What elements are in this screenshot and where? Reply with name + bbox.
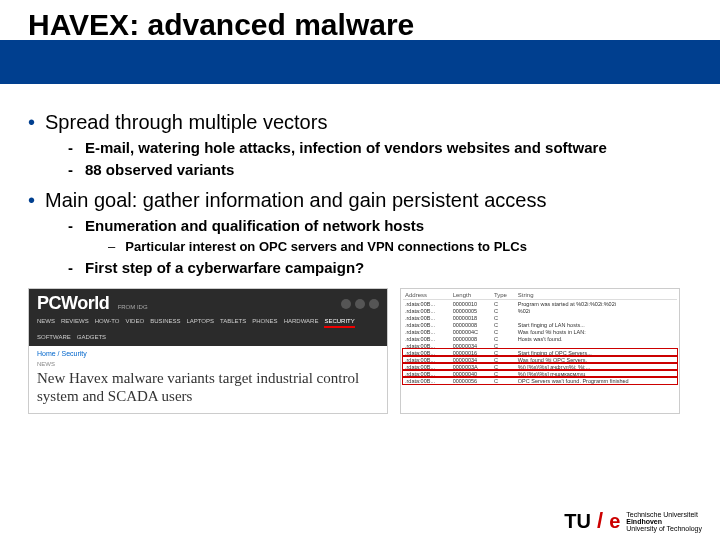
nav-item: TABLETS xyxy=(220,318,246,328)
table-cell: 00000056 xyxy=(451,377,492,384)
table-cell: .rdata:00B... xyxy=(403,307,451,314)
table-cell: Start finging of LAN hosts... xyxy=(516,321,677,328)
social-icons xyxy=(341,299,379,309)
nav-item: SOFTWARE xyxy=(37,334,71,340)
twitter-icon xyxy=(355,299,365,309)
nav-item: PHONES xyxy=(252,318,277,328)
table-cell: C xyxy=(492,335,516,342)
bullet-2a1: – Particular interest on OPC servers and… xyxy=(108,238,692,256)
bullet-1b: - 88 observed variants xyxy=(68,160,692,180)
bullet-dot-icon: • xyxy=(28,110,35,134)
facebook-icon xyxy=(341,299,351,309)
table-cell: .rdata:00B... xyxy=(403,328,451,335)
table-cell: .rdata:00B... xyxy=(403,377,451,384)
table-cell: .rdata:00B... xyxy=(403,356,451,363)
bullet-1b-text: 88 observed variants xyxy=(85,160,234,180)
table-cell: %02i xyxy=(516,307,677,314)
table-cell: OPC Servers was't found. Programm finish… xyxy=(516,377,677,384)
table-cell: C xyxy=(492,370,516,377)
title-accent xyxy=(0,40,720,84)
table-row: .rdata:00B...00000018C xyxy=(403,314,677,321)
bullet-dot-icon: • xyxy=(28,188,35,212)
table-row: .rdata:00B...00000034CWas found %i OPC S… xyxy=(403,356,677,363)
col-header: Type xyxy=(492,291,516,300)
nav-item: BUSINESS xyxy=(150,318,180,328)
table-cell: Hosts was't found. xyxy=(516,335,677,342)
table-row: .rdata:00B...00000010CProgram was starte… xyxy=(403,300,677,308)
table-cell: .rdata:00B... xyxy=(403,363,451,370)
table-cell: 00000016 xyxy=(451,349,492,356)
title-bar: HAVEX: advanced malware xyxy=(0,0,720,84)
table-row: .rdata:00B...00000040C%i) [%s\\%s] пчшмк… xyxy=(403,370,677,377)
table-cell: 00000034 xyxy=(451,356,492,363)
table-cell: .rdata:00B... xyxy=(403,349,451,356)
nav-item: VIDEO xyxy=(125,318,144,328)
table-row: .rdata:00B...0000003AC%i) [%s\\%s] ачфту… xyxy=(403,363,677,370)
pcworld-screenshot: PCWorld FROM IDG NEWSREVIEWSHOW-TOVIDEOB… xyxy=(28,288,388,414)
table-cell: 00000034 xyxy=(451,342,492,349)
table-cell: C xyxy=(492,363,516,370)
table-cell: C xyxy=(492,356,516,363)
bullet-1a-text: E-mail, watering hole attacks, infection… xyxy=(85,138,607,158)
table-cell: .rdata:00B... xyxy=(403,314,451,321)
table-cell xyxy=(516,314,677,321)
dash-icon: - xyxy=(68,258,73,278)
table-cell: Was found %i OPC Servers. xyxy=(516,356,677,363)
table-cell: C xyxy=(492,342,516,349)
dash-icon: – xyxy=(108,238,115,256)
slash-icon: / xyxy=(597,508,603,534)
dash-icon: - xyxy=(68,160,73,180)
table-cell: .rdata:00B... xyxy=(403,321,451,328)
table-cell: 00000008 xyxy=(451,335,492,342)
bullet-2: • Main goal: gather information and gain… xyxy=(28,188,692,212)
pcworld-header: PCWorld FROM IDG NEWSREVIEWSHOW-TOVIDEOB… xyxy=(29,289,387,346)
bullet-2b: - First step of a cyberwarfare campaign? xyxy=(68,258,692,278)
bullet-2a: - Enumeration and qualification of netwo… xyxy=(68,216,692,236)
bullet-2a1-text: Particular interest on OPC servers and V… xyxy=(125,238,527,256)
table-cell: C xyxy=(492,328,516,335)
table-row: .rdata:00B...00000005C%02i xyxy=(403,307,677,314)
table-cell: .rdata:00B... xyxy=(403,335,451,342)
table-row: .rdata:00B...00000034C xyxy=(403,342,677,349)
table-cell: 00000005 xyxy=(451,307,492,314)
breadcrumb: Home / Security xyxy=(29,346,387,361)
pcworld-nav: NEWSREVIEWSHOW-TOVIDEOBUSINESSLAPTOPSTAB… xyxy=(37,314,379,346)
table-cell: C xyxy=(492,314,516,321)
figures-row: PCWorld FROM IDG NEWSREVIEWSHOW-TOVIDEOB… xyxy=(0,288,720,414)
table-cell: Program was started at %02i:%02i:%02i xyxy=(516,300,677,308)
nav-item: NEWS xyxy=(37,318,55,328)
table-cell: Was found %i hosts in LAN: xyxy=(516,328,677,335)
table-cell: %i) [%s\\%s] ачфтул%i: %i:... xyxy=(516,363,677,370)
table-cell: C xyxy=(492,300,516,308)
bullet-2-text: Main goal: gather information and gain p… xyxy=(45,188,546,212)
bullet-2a-text: Enumeration and qualification of network… xyxy=(85,216,424,236)
tue-text: TU xyxy=(564,510,591,533)
pcworld-logo: PCWorld xyxy=(37,293,109,313)
bullet-1-text: Spread through multiple vectors xyxy=(45,110,327,134)
table-cell: .rdata:00B... xyxy=(403,342,451,349)
tue-e: e xyxy=(609,510,620,533)
tue-logo: TU/e Technische Universiteit Eindhoven U… xyxy=(564,508,702,534)
slide-title: HAVEX: advanced malware xyxy=(28,8,414,42)
col-header: String xyxy=(516,291,677,300)
ida-strings-table: AddressLengthTypeString .rdata:00B...000… xyxy=(403,291,677,384)
bullet-1: • Spread through multiple vectors xyxy=(28,110,692,134)
table-cell: Start finging of OPC Servers... xyxy=(516,349,677,356)
table-row: .rdata:00B...00000016CStart finging of O… xyxy=(403,349,677,356)
pcworld-edition: FROM IDG xyxy=(118,304,148,310)
table-cell: 0000003A xyxy=(451,363,492,370)
search-icon xyxy=(369,299,379,309)
article-headline: New Havex malware variants target indust… xyxy=(29,367,387,413)
bullet-2b-text: First step of a cyberwarfare campaign? xyxy=(85,258,364,278)
table-cell: 00000018 xyxy=(451,314,492,321)
table-row: .rdata:00B...0000004CCWas found %i hosts… xyxy=(403,328,677,335)
col-header: Length xyxy=(451,291,492,300)
table-cell: C xyxy=(492,349,516,356)
table-cell: C xyxy=(492,377,516,384)
nav-item: LAPTOPS xyxy=(186,318,214,328)
table-cell: %i) [%s\\%s] пчшмкасмлуц xyxy=(516,370,677,377)
table-cell: 0000004C xyxy=(451,328,492,335)
table-row: .rdata:00B...00000008CHosts was't found. xyxy=(403,335,677,342)
table-row: .rdata:00B...00000056COPC Servers was't … xyxy=(403,377,677,384)
table-cell: 00000040 xyxy=(451,370,492,377)
